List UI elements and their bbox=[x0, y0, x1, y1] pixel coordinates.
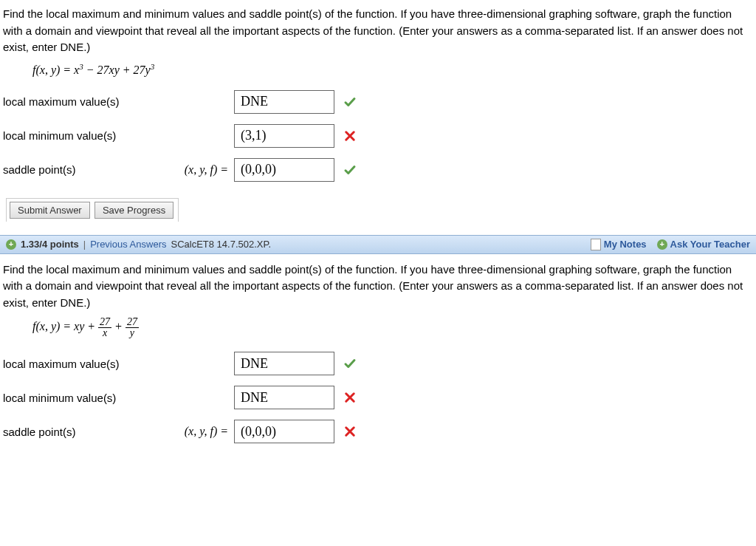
points-label: 1.33/4 points bbox=[21, 239, 79, 250]
q1-min-label: local minimum value(s) bbox=[3, 129, 162, 142]
q1-instructions: Find the local maximum and minimum value… bbox=[3, 6, 750, 56]
my-notes-link[interactable]: My Notes bbox=[591, 239, 647, 250]
q1-formula: f(x, y) = x3 − 27xy + 27y3 bbox=[32, 62, 750, 77]
q2-formula: f(x, y) = xy + 27x + 27y bbox=[32, 317, 750, 338]
q2-max-label: local maximum value(s) bbox=[3, 358, 162, 370]
q2-saddle-label: saddle point(s) bbox=[3, 426, 162, 438]
save-progress-button[interactable]: Save Progress bbox=[94, 202, 173, 219]
submit-answer-button[interactable]: Submit Answer bbox=[10, 202, 90, 219]
note-icon bbox=[591, 239, 601, 250]
q2-min-label: local minimum value(s) bbox=[3, 392, 162, 404]
check-icon bbox=[343, 357, 357, 370]
q1-max-label: local maximum value(s) bbox=[3, 95, 162, 108]
x-icon bbox=[343, 391, 357, 404]
check-icon bbox=[343, 95, 357, 109]
q1-saddle-input[interactable]: (0,0,0) bbox=[234, 158, 334, 182]
check-icon bbox=[343, 163, 357, 177]
x-icon bbox=[343, 425, 357, 438]
expand-icon[interactable]: + bbox=[6, 239, 16, 250]
x-icon bbox=[343, 129, 357, 143]
q2-saddle-prefix: (x, y, f) = bbox=[162, 425, 228, 438]
question-header: + 1.33/4 points | Previous Answers SCalc… bbox=[0, 235, 756, 254]
q2-instructions: Find the local maximum and minimum value… bbox=[3, 262, 750, 312]
q1-saddle-label: saddle point(s) bbox=[3, 163, 162, 176]
q2-saddle-input[interactable]: (0,0,0) bbox=[234, 420, 334, 443]
q1-min-input[interactable]: (3,1) bbox=[234, 124, 334, 148]
q1-max-input[interactable]: DNE bbox=[234, 90, 334, 114]
ask-teacher-link[interactable]: + Ask Your Teacher bbox=[657, 239, 750, 250]
q2-max-input[interactable]: DNE bbox=[234, 352, 334, 375]
q2-min-input[interactable]: DNE bbox=[234, 386, 334, 409]
previous-answers-link[interactable]: Previous Answers bbox=[90, 239, 166, 250]
plus-icon: + bbox=[657, 239, 667, 250]
question-ref: SCalcET8 14.7.502.XP. bbox=[171, 239, 271, 250]
q1-saddle-prefix: (x, y, f) = bbox=[162, 163, 228, 177]
